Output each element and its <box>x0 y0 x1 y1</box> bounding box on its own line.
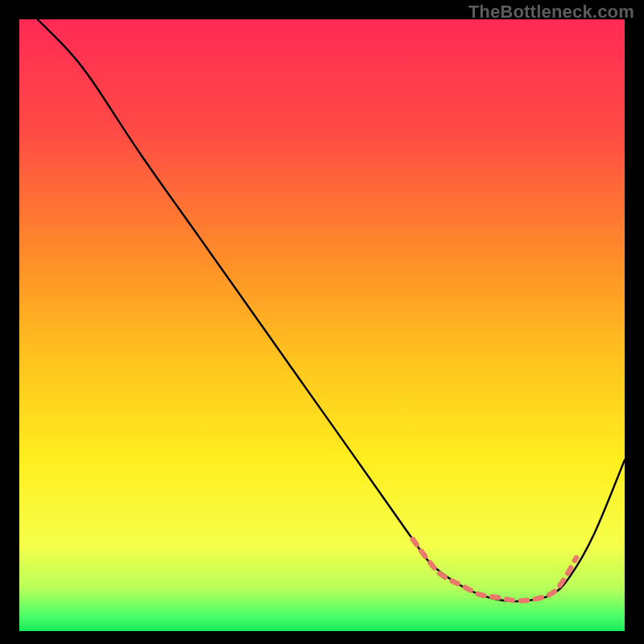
gradient-background <box>19 19 625 631</box>
watermark-label: TheBottleneck.com <box>469 2 634 23</box>
chart-stage: TheBottleneck.com <box>0 0 644 644</box>
bottleneck-chart <box>0 0 644 644</box>
